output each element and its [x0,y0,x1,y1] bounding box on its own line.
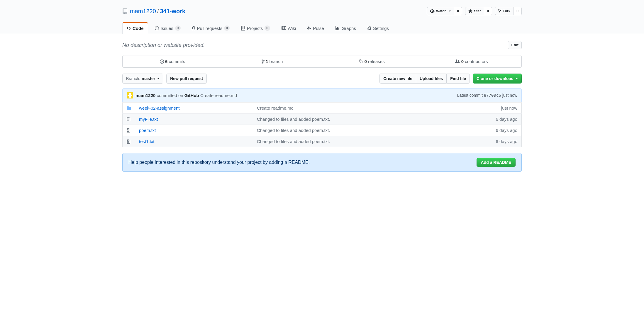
avatar[interactable] [127,92,133,98]
file-link[interactable]: myFile.txt [139,117,158,122]
eye-icon [430,9,435,13]
tab-wiki[interactable]: Wiki [277,22,300,34]
history-icon [160,59,164,64]
clone-download-button[interactable]: Clone or download [473,74,522,84]
table-row: poem.txtChanged to files and added poem.… [123,125,522,136]
file-commit-message[interactable]: Changed to files and added poem.txt. [253,114,449,125]
create-new-file-button[interactable]: Create new file [379,74,416,84]
gear-icon [367,26,371,30]
folder-icon [123,103,135,114]
file-commit-message[interactable]: Changed to files and added poem.txt. [253,136,449,147]
commit-time: just now [502,93,517,98]
readme-prompt: Help people interested in this repositor… [122,153,522,172]
pulls-count: 0 [224,25,230,31]
projects-count: 0 [265,25,270,31]
pull-request-icon [192,26,195,30]
fork-label: Fork [503,8,510,14]
tab-code[interactable]: Code [122,22,148,34]
file-icon [123,136,135,147]
file-icon [123,125,135,136]
star-label: Star [474,8,481,14]
new-pull-request-button[interactable]: New pull request [166,74,207,84]
watch-label: Watch [436,8,447,14]
star-icon [468,9,472,13]
repo-summary: 6 commits 1 branch 0 releases 0 contribu… [122,55,522,68]
releases-link[interactable]: 0 releases [322,55,422,67]
chevron-down-icon [157,78,160,79]
readme-prompt-text: Help people interested in this repositor… [128,160,310,165]
add-readme-button[interactable]: Add a README [477,158,516,167]
file-age: 6 days ago [449,114,521,125]
files-table: week-02-assignmentCreate readme.mdjust n… [122,102,522,147]
chevron-down-icon [449,11,451,12]
tab-graphs[interactable]: Graphs [331,22,360,34]
file-commit-message[interactable]: Create readme.md [253,103,449,114]
tab-pull-requests[interactable]: Pull requests 0 [187,22,234,34]
find-file-button[interactable]: Find file [446,74,470,84]
chevron-down-icon [516,78,518,79]
repo-icon [122,8,128,15]
code-icon [127,26,131,30]
book-icon [281,26,286,30]
commit-message[interactable]: Create readme.md [200,93,237,98]
committer-name[interactable]: mam1220 [135,93,155,98]
watch-button[interactable]: Watch [427,7,454,15]
people-icon [455,59,460,64]
commits-link[interactable]: 6 commits [123,55,222,67]
branch-icon [262,59,265,64]
file-age: just now [449,103,521,114]
repo-name-link[interactable]: 341-work [160,8,186,15]
commit-sha[interactable]: 87709c6 [484,93,501,98]
file-icon [123,114,135,125]
branches-link[interactable]: 1 branch [222,55,322,67]
tab-projects[interactable]: Projects 0 [236,22,274,34]
tag-icon [359,59,363,64]
repo-nav: Code Issues 0 Pull requests 0 Projects 0… [122,22,522,34]
table-row: week-02-assignmentCreate readme.mdjust n… [123,103,522,114]
tab-pulse[interactable]: Pulse [303,22,328,34]
contributors-link[interactable]: 0 contributors [422,55,521,67]
path-separator: / [157,8,159,15]
tab-issues[interactable]: Issues 0 [150,22,185,34]
edit-description-button[interactable]: Edit [508,41,522,49]
upload-files-button[interactable]: Upload files [416,74,446,84]
file-link[interactable]: week-02-assignment [139,106,179,110]
file-link[interactable]: poem.txt [139,128,156,133]
pulse-icon [307,26,311,30]
graph-icon [335,26,340,30]
watch-count[interactable]: 0 [454,7,462,15]
table-row: myFile.txtChanged to files and added poe… [123,114,522,125]
project-icon [241,26,245,30]
fork-button[interactable]: Fork [495,7,513,15]
star-count[interactable]: 0 [484,7,492,15]
issues-count: 0 [175,25,181,31]
file-age: 6 days ago [449,136,521,147]
latest-commit-bar: mam1220 committed on GitHub Create readm… [122,88,522,102]
fork-count[interactable]: 0 [513,7,522,15]
tab-settings[interactable]: Settings [363,22,393,34]
repo-owner-link[interactable]: mam1220 [130,8,156,15]
file-link[interactable]: test1.txt [139,139,155,144]
star-button[interactable]: Star [465,7,484,15]
repo-title: mam1220 / 341-work [122,8,185,15]
fork-icon [498,9,501,13]
table-row: test1.txtChanged to files and added poem… [123,136,522,147]
file-commit-message[interactable]: Changed to files and added poem.txt. [253,125,449,136]
issue-icon [155,26,159,30]
file-age: 6 days ago [449,125,521,136]
branch-select-button[interactable]: Branch: master [122,74,163,84]
repo-description: No description or website provided. [122,42,205,48]
